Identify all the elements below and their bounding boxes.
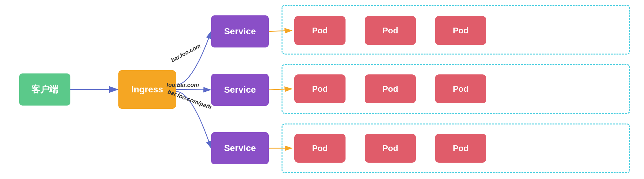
pod-r3-1: Pod: [294, 134, 346, 163]
route-label-2: foo.bar.com: [166, 82, 199, 89]
pod-r1-2: Pod: [365, 16, 416, 45]
pod-r2-2: Pod: [365, 74, 416, 103]
pod-r3-2: Pod: [365, 134, 416, 163]
pod-r3-3: Pod: [435, 134, 486, 163]
ingress-box: Ingress: [118, 70, 176, 109]
pod-r2-1: Pod: [294, 74, 346, 103]
pod-r1-1: Pod: [294, 16, 346, 45]
pod-r2-3: Pod: [435, 74, 486, 103]
client-label: 客户端: [31, 83, 58, 96]
diagram: 客户端 Ingress bar.foo.com foo.bar.com bar.…: [0, 0, 644, 179]
service-box-1: Service: [211, 15, 269, 47]
service-box-2: Service: [211, 74, 269, 106]
route-label-1: bar.foo.com: [170, 42, 202, 64]
client-box: 客户端: [19, 73, 70, 106]
service-box-3: Service: [211, 132, 269, 164]
ingress-label: Ingress: [131, 84, 163, 95]
pod-r1-3: Pod: [435, 16, 486, 45]
svg-line-3: [176, 89, 211, 90]
